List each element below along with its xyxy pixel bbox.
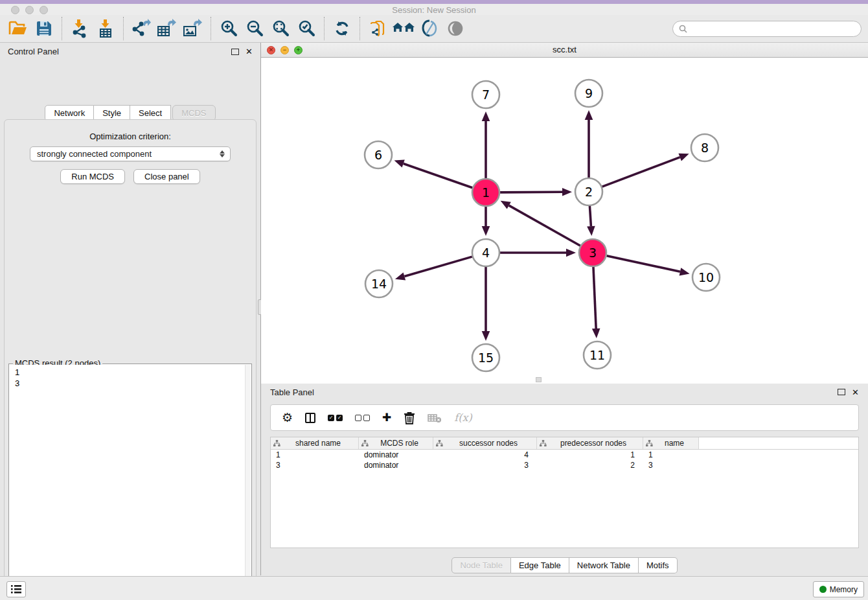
- optimization-criterion-select[interactable]: strongly connected component: [30, 146, 231, 161]
- export-image-icon: [182, 19, 204, 38]
- float-panel-icon[interactable]: [231, 49, 239, 55]
- table-tab-edge-table[interactable]: Edge Table: [511, 557, 569, 573]
- zoom-in-icon: [220, 19, 238, 38]
- zoom-in-button[interactable]: [216, 16, 242, 41]
- table-cell[interactable]: dominator: [359, 450, 433, 459]
- table-body: 1dominator4113dominator323: [271, 450, 858, 470]
- column-header-name[interactable]: name: [643, 437, 699, 449]
- close-panel-icon[interactable]: ✕: [246, 47, 253, 56]
- close-panel-icon[interactable]: ✕: [852, 388, 859, 397]
- memory-button[interactable]: Memory: [813, 581, 864, 597]
- table-tab-motifs[interactable]: Motifs: [639, 557, 678, 573]
- edge-4-14[interactable]: [404, 257, 472, 276]
- result-scrollbar[interactable]: [245, 365, 251, 600]
- task-list-icon: [11, 585, 21, 594]
- network-graph-canvas[interactable]: 7968124314101511: [261, 58, 868, 384]
- table-cell[interactable]: 3: [433, 461, 537, 470]
- edge-3-11[interactable]: [593, 267, 596, 329]
- table-cell[interactable]: 3: [643, 461, 699, 470]
- export-table-button[interactable]: [154, 16, 180, 41]
- zoom-out-button[interactable]: [242, 16, 268, 41]
- search-field[interactable]: [672, 21, 862, 37]
- toolbar-separator: [324, 17, 325, 40]
- task-history-button[interactable]: [6, 581, 26, 597]
- result-line: 1: [15, 367, 246, 378]
- column-header-predecessor-nodes[interactable]: predecessor nodes: [537, 437, 643, 449]
- style-brush-icon: [420, 19, 439, 38]
- node-table[interactable]: shared nameMCDS rolesuccessor nodesprede…: [270, 437, 859, 548]
- columns-icon: [305, 413, 315, 423]
- column-header-MCDS-role[interactable]: MCDS role: [359, 437, 433, 449]
- zoom-fit-button[interactable]: [268, 16, 293, 41]
- mcds-result-list[interactable]: 13: [10, 365, 251, 600]
- home-view-button[interactable]: [391, 16, 417, 41]
- run-mcds-button[interactable]: Run MCDS: [60, 169, 125, 184]
- table-tab-network-table[interactable]: Network Table: [569, 557, 639, 573]
- table-settings-button[interactable]: ⚙: [282, 411, 293, 425]
- export-network-button[interactable]: [128, 16, 154, 41]
- delete-column-button[interactable]: [404, 411, 415, 425]
- table-cell[interactable]: 1: [643, 450, 699, 459]
- network-window-titlebar[interactable]: ✕ − + scc.txt: [261, 43, 868, 58]
- edge-3-10[interactable]: [606, 256, 680, 272]
- graph-node-label: 15: [478, 351, 494, 365]
- edge-arrowhead: [562, 188, 572, 196]
- export-image-button[interactable]: [180, 16, 206, 41]
- edge-arrowhead: [482, 226, 490, 236]
- graph-node-label: 1: [482, 185, 490, 200]
- open-file-button[interactable]: [5, 16, 31, 41]
- control-panel-header: Control Panel ✕: [0, 43, 260, 60]
- refresh-button[interactable]: [329, 16, 355, 41]
- table-cell[interactable]: 1: [537, 450, 643, 459]
- export-network-icon: [131, 19, 152, 38]
- table-cell[interactable]: 2: [537, 461, 643, 470]
- table-tab-node-table[interactable]: Node Table: [451, 557, 511, 573]
- add-column-button[interactable]: ✚: [382, 411, 391, 425]
- zoom-selected-button[interactable]: [293, 16, 319, 41]
- memory-label: Memory: [830, 585, 858, 594]
- toolbar-separator: [360, 17, 360, 40]
- network-view-window: ✕ − + scc.txt 7968124314101511: [261, 43, 868, 384]
- search-input[interactable]: [687, 24, 855, 33]
- table-cell[interactable]: 1: [271, 450, 359, 459]
- table-cell[interactable]: 3: [271, 461, 359, 470]
- table-cell[interactable]: dominator: [359, 461, 433, 470]
- column-header-shared-name[interactable]: shared name: [271, 437, 359, 449]
- close-panel-button[interactable]: Close panel: [133, 169, 200, 184]
- edge-arrowhead: [678, 154, 689, 161]
- graph-node-label: 4: [482, 246, 490, 260]
- deselect-all-columns-button[interactable]: [355, 411, 370, 425]
- home-icon: [393, 20, 415, 37]
- table-row[interactable]: 1dominator411: [271, 450, 858, 460]
- import-network-button[interactable]: [67, 16, 93, 41]
- edge-1-2[interactable]: [500, 192, 562, 192]
- edge-2-8[interactable]: [602, 157, 680, 187]
- style-brush-button[interactable]: [417, 16, 442, 41]
- hierarchy-icon: [540, 440, 547, 447]
- save-session-button[interactable]: [31, 16, 57, 41]
- show-columns-button[interactable]: [305, 411, 315, 425]
- column-header-successor-nodes[interactable]: successor nodes: [433, 437, 537, 449]
- edge-1-6[interactable]: [404, 164, 473, 188]
- edge-arrowhead: [592, 329, 600, 338]
- unchecked-box-icon: [363, 415, 370, 421]
- table-cell[interactable]: 4: [433, 450, 537, 459]
- edge-arrowhead: [566, 249, 576, 257]
- canvas-scrollbar-thumb[interactable]: [536, 377, 542, 382]
- import-table-button[interactable]: [93, 16, 119, 41]
- edge-arrowhead: [587, 226, 595, 236]
- mcds-result-box: MCDS result (2 nodes) 13: [8, 363, 252, 600]
- app-window: { "window": { "title": "Session: New Ses…: [0, 0, 868, 600]
- edge-2-3[interactable]: [589, 206, 591, 226]
- clone-network-button[interactable]: [365, 16, 391, 41]
- toolbar-separator: [123, 17, 124, 40]
- eye-toggle-button[interactable]: [442, 16, 468, 41]
- graph-node-label: 2: [585, 185, 593, 199]
- search-icon: [679, 25, 687, 33]
- table-row[interactable]: 3dominator323: [271, 460, 858, 470]
- float-panel-icon[interactable]: [838, 389, 845, 395]
- clone-network-icon: [369, 19, 387, 38]
- select-all-columns-button[interactable]: ✓✓: [328, 411, 343, 425]
- graph-node-label: 6: [374, 148, 382, 162]
- edge-3-1[interactable]: [509, 205, 580, 246]
